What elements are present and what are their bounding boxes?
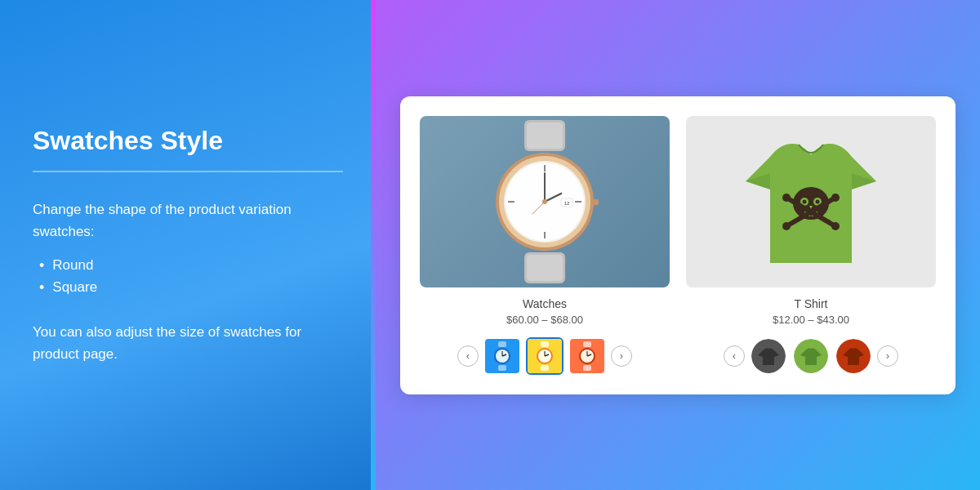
tshirt-price: $12.00 – $43.00 — [773, 314, 849, 326]
tshirt-background — [686, 116, 936, 287]
watch-swatch-yellow[interactable] — [526, 337, 564, 375]
svg-rect-32 — [583, 365, 591, 371]
tshirt-name: T Shirt — [795, 297, 828, 310]
watches-prev-button[interactable]: ‹ — [457, 345, 479, 367]
watch-swatch-blue[interactable] — [483, 337, 521, 375]
svg-rect-26 — [541, 365, 549, 371]
panel-description: Change the shape of the product variatio… — [33, 198, 343, 243]
svg-point-41 — [816, 199, 820, 203]
watches-price: $60.00 – $68.00 — [506, 314, 583, 326]
svg-rect-31 — [583, 341, 591, 347]
bullet-list: Round Square — [33, 257, 343, 301]
svg-point-50 — [782, 194, 791, 202]
watches-next-button[interactable]: › — [611, 345, 632, 367]
watches-name: Watches — [523, 297, 567, 310]
left-panel: Swatches Style Change the shape of the p… — [0, 0, 376, 490]
products-card: 12 Watches $60.00 – $68.00 ‹ — [400, 96, 956, 394]
svg-point-48 — [782, 222, 791, 230]
watches-swatches-row: ‹ — [420, 337, 670, 375]
panel-note: You can also adjust the size of swatches… — [33, 321, 343, 365]
divider — [33, 171, 343, 172]
svg-point-15 — [542, 199, 547, 204]
svg-text:12: 12 — [564, 201, 570, 206]
svg-rect-19 — [498, 341, 506, 347]
watch-swatch-orange[interactable] — [568, 337, 606, 375]
bullet-square: Square — [39, 279, 343, 296]
svg-rect-20 — [498, 365, 506, 371]
bullet-round: Round — [39, 257, 343, 274]
tshirt-swatches-row: ‹ — [686, 337, 936, 375]
tshirt-swatch-green[interactable] — [792, 337, 830, 375]
product-watches: 12 Watches $60.00 – $68.00 ‹ — [420, 116, 670, 375]
watch-background: 12 — [420, 116, 670, 287]
svg-rect-18 — [592, 199, 599, 205]
product-tshirt: T Shirt $12.00 – $43.00 ‹ — [686, 116, 936, 375]
watch-illustration: 12 — [479, 120, 610, 283]
svg-point-51 — [831, 194, 840, 202]
watch-image-wrapper: 12 — [420, 116, 670, 287]
right-panel: 12 Watches $60.00 – $68.00 ‹ — [376, 0, 980, 490]
svg-point-40 — [803, 199, 807, 203]
panel-title: Swatches Style — [33, 125, 343, 156]
tshirt-next-button[interactable]: › — [877, 345, 898, 367]
svg-point-49 — [831, 222, 840, 230]
svg-rect-25 — [541, 341, 549, 347]
svg-rect-1 — [527, 122, 563, 149]
tshirt-illustration — [746, 124, 876, 279]
svg-rect-3 — [527, 255, 563, 281]
tshirt-image-wrapper — [686, 116, 936, 287]
tshirt-prev-button[interactable]: ‹ — [724, 345, 745, 367]
tshirt-swatch-brown[interactable] — [835, 337, 872, 375]
tshirt-swatch-dark[interactable] — [750, 337, 787, 375]
products-grid: 12 Watches $60.00 – $68.00 ‹ — [420, 116, 936, 375]
